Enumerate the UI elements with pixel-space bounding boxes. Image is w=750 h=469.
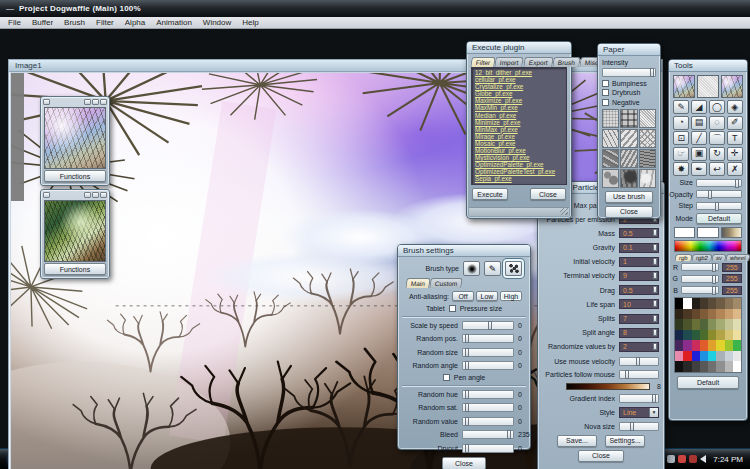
settings-button[interactable]: Settings... xyxy=(605,435,645,447)
paper-texture-swatch[interactable] xyxy=(602,129,619,148)
tool-button[interactable]: ◯ xyxy=(709,100,725,114)
paper-texture-swatch[interactable] xyxy=(602,149,619,168)
tool-button[interactable]: T xyxy=(727,131,743,145)
palette-color-cell[interactable] xyxy=(683,309,691,320)
clock[interactable]: 7:24 PM xyxy=(713,455,743,464)
param-value-slider[interactable]: 7 xyxy=(619,314,659,324)
paper-texture-swatch[interactable] xyxy=(620,109,637,128)
palette-color-cell[interactable] xyxy=(683,330,691,341)
brush-slider[interactable] xyxy=(462,348,514,357)
slider-handle[interactable] xyxy=(653,258,657,265)
paper-texture-swatch[interactable] xyxy=(602,169,619,188)
tool-button[interactable]: ╱ xyxy=(691,131,707,145)
slider-handle[interactable] xyxy=(488,321,492,330)
palette-color-cell[interactable] xyxy=(692,319,700,330)
palette-color-cell[interactable] xyxy=(708,319,716,330)
slider-handle[interactable] xyxy=(625,370,629,379)
tool-button[interactable]: ◔ xyxy=(673,116,689,130)
tool-button[interactable]: ⌒ xyxy=(709,131,725,145)
palette-color-cell[interactable] xyxy=(683,298,691,309)
slider-handle[interactable] xyxy=(653,343,657,350)
palette-color-cell[interactable] xyxy=(733,351,741,362)
brush-slider[interactable] xyxy=(462,390,514,399)
palette-color-cell[interactable] xyxy=(725,330,733,341)
save-button[interactable]: Save... xyxy=(557,435,597,447)
param-value-slider[interactable]: 1 xyxy=(619,257,659,267)
brush-slider[interactable] xyxy=(462,361,514,370)
palette-color-cell[interactable] xyxy=(725,351,733,362)
paintbrush-icon[interactable]: ✎ xyxy=(484,261,501,276)
palette-color-cell[interactable] xyxy=(733,309,741,320)
spectrum-bar[interactable] xyxy=(674,240,742,252)
tray-icon[interactable] xyxy=(689,455,697,463)
slider-handle[interactable] xyxy=(708,190,712,199)
palette-color-cell[interactable] xyxy=(700,361,708,372)
palette-color-cell[interactable] xyxy=(708,340,716,351)
aa-option-button[interactable]: Off xyxy=(452,291,474,301)
palette-color-cell[interactable] xyxy=(708,330,716,341)
menu-item[interactable]: Buffer xyxy=(32,18,53,27)
tool-button[interactable]: ◌ xyxy=(709,116,725,130)
style-dropdown[interactable]: Line ▼ xyxy=(619,407,659,418)
tool-button[interactable]: ▣ xyxy=(691,147,707,161)
slider-handle[interactable] xyxy=(653,329,657,336)
channel-slider[interactable] xyxy=(681,275,719,283)
scatter-brush-icon[interactable] xyxy=(505,261,522,276)
tool-button[interactable]: ✛ xyxy=(727,147,743,161)
tool-button[interactable]: ◢ xyxy=(691,100,707,114)
paper-texture-swatch[interactable] xyxy=(639,109,656,128)
slider-handle[interactable] xyxy=(465,334,469,343)
resize-grip[interactable] xyxy=(560,207,568,215)
plugin-link[interactable]: Zoom_pf.exe xyxy=(475,184,563,186)
palette-color-cell[interactable] xyxy=(716,330,724,341)
buffer-thumbnail[interactable] xyxy=(44,107,106,169)
plugin-category-tab[interactable]: Filter xyxy=(470,57,496,67)
color-mode-tab[interactable]: rgb2 xyxy=(691,254,712,261)
tool-button[interactable]: ▤ xyxy=(691,116,707,130)
paper-texture-swatch[interactable] xyxy=(602,109,619,128)
slider-handle[interactable] xyxy=(630,422,634,431)
brush-preview-thumbnail[interactable] xyxy=(673,75,695,98)
paper-panel-titlebar[interactable]: Paper xyxy=(598,44,660,56)
particle-gradient-bar[interactable]: 8 xyxy=(566,383,650,390)
maximize-button[interactable] xyxy=(92,99,99,105)
menu-item[interactable]: Animation xyxy=(156,18,192,27)
panel-menu-button[interactable] xyxy=(43,192,50,198)
execute-button[interactable]: Execute xyxy=(472,188,508,200)
slider-handle[interactable] xyxy=(653,315,657,322)
paper-option-checkbox[interactable] xyxy=(602,89,609,96)
slider-handle[interactable] xyxy=(465,417,469,426)
panel-menu-button[interactable] xyxy=(43,99,50,105)
menu-item[interactable]: Brush xyxy=(64,18,85,27)
palette-color-cell[interactable] xyxy=(733,361,741,372)
slider-handle[interactable] xyxy=(653,229,657,236)
primary-color-swatch[interactable] xyxy=(674,227,695,238)
volume-icon[interactable] xyxy=(700,455,706,463)
palette-color-cell[interactable] xyxy=(692,309,700,320)
slider-handle[interactable] xyxy=(465,403,469,412)
buffer-thumbnail[interactable] xyxy=(44,200,106,262)
slider-handle[interactable] xyxy=(715,202,719,211)
palette-color-cell[interactable] xyxy=(675,309,683,320)
param-slider[interactable] xyxy=(619,357,659,366)
palette-color-cell[interactable] xyxy=(716,361,724,372)
slider-handle[interactable] xyxy=(465,348,469,357)
color-mode-tab[interactable]: rgb xyxy=(675,254,693,261)
plugin-category-tab[interactable]: Brush xyxy=(552,57,580,67)
default-palette-button[interactable]: Default xyxy=(677,376,739,389)
palette-color-cell[interactable] xyxy=(733,319,741,330)
paper-option-checkbox[interactable] xyxy=(602,80,609,87)
aa-option-button[interactable]: Low xyxy=(476,291,498,301)
palette-color-cell[interactable] xyxy=(692,361,700,372)
color-mode-tab[interactable]: sv xyxy=(711,254,726,261)
palette-color-cell[interactable] xyxy=(675,298,683,309)
gradient-index-slider[interactable] xyxy=(619,394,659,403)
close-button[interactable]: Close xyxy=(530,188,566,200)
pen-angle-checkbox[interactable] xyxy=(443,374,450,381)
color-mode-tab[interactable]: wheel xyxy=(725,254,750,261)
slider-handle[interactable] xyxy=(650,68,654,77)
minimize-button[interactable] xyxy=(84,99,91,105)
tray-icon[interactable] xyxy=(678,455,686,463)
param-slider[interactable] xyxy=(619,370,659,379)
param-value-slider[interactable]: 0.5 xyxy=(619,285,659,295)
